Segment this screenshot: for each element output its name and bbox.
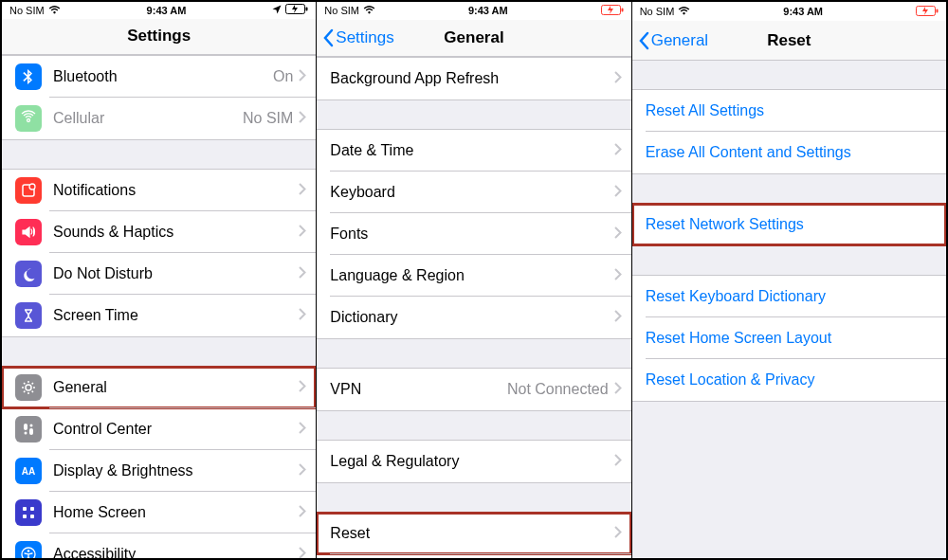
status-time: 9:43 AM bbox=[147, 5, 187, 16]
row-reset[interactable]: Reset bbox=[317, 513, 630, 554]
row-general[interactable]: General bbox=[2, 367, 316, 408]
chevron-icon bbox=[299, 379, 306, 396]
pane-general: No SIM 9:43 AM Settings General Backgrou… bbox=[317, 2, 631, 558]
row-shutdown[interactable]: Shut Down bbox=[317, 554, 630, 558]
row-bluetooth[interactable]: Bluetooth On bbox=[2, 56, 316, 98]
row-label: Reset Keyboard Dictionary bbox=[646, 288, 937, 305]
homescreen-icon bbox=[15, 499, 42, 526]
row-screentime[interactable]: Screen Time bbox=[2, 295, 316, 336]
row-cellular[interactable]: Cellular No SIM bbox=[2, 98, 316, 139]
row-keyboard[interactable]: Keyboard bbox=[317, 172, 630, 213]
svg-text:AA: AA bbox=[22, 466, 35, 477]
row-notifications[interactable]: Notifications bbox=[2, 170, 316, 211]
chevron-icon bbox=[299, 265, 306, 282]
row-label: Cellular bbox=[53, 110, 243, 127]
row-langregion[interactable]: Language & Region bbox=[317, 255, 630, 297]
row-vpn[interactable]: VPN Not Connected bbox=[317, 369, 630, 410]
row-label: Bluetooth bbox=[53, 68, 273, 85]
row-label: Language & Region bbox=[330, 267, 613, 284]
battery-icon bbox=[601, 5, 624, 17]
status-carrier: No SIM bbox=[324, 5, 359, 16]
bluetooth-icon bbox=[15, 63, 42, 90]
svg-rect-21 bbox=[936, 9, 938, 12]
row-controlcenter[interactable]: Control Center bbox=[2, 408, 316, 450]
row-label: Legal & Regulatory bbox=[330, 453, 613, 470]
svg-rect-1 bbox=[306, 8, 308, 11]
status-bar: No SIM 9:43 AM bbox=[632, 2, 946, 21]
row-label: Reset Location & Privacy bbox=[646, 371, 937, 388]
row-label: Dictionary bbox=[330, 309, 613, 326]
svg-point-15 bbox=[27, 550, 30, 552]
row-accessibility[interactable]: Accessibility bbox=[2, 533, 316, 558]
row-datetime[interactable]: Date & Time bbox=[317, 130, 630, 172]
chevron-icon bbox=[299, 421, 306, 438]
hourglass-icon bbox=[15, 302, 42, 329]
row-legal[interactable]: Legal & Regulatory bbox=[317, 441, 630, 482]
battery-icon bbox=[916, 6, 939, 18]
row-label: Background App Refresh bbox=[330, 70, 613, 87]
chevron-icon bbox=[614, 453, 622, 470]
svg-point-3 bbox=[29, 184, 35, 190]
chevron-icon bbox=[614, 184, 622, 201]
svg-rect-5 bbox=[24, 424, 27, 430]
row-reset-homescreen[interactable]: Reset Home Screen Layout bbox=[632, 317, 946, 359]
svg-rect-10 bbox=[23, 507, 27, 511]
status-bar: No SIM 9:43 AM bbox=[2, 2, 316, 19]
back-button[interactable]: General bbox=[632, 31, 708, 50]
back-button[interactable]: Settings bbox=[317, 28, 393, 47]
chevron-icon bbox=[299, 546, 306, 558]
svg-point-4 bbox=[26, 385, 31, 390]
wifi-icon bbox=[363, 5, 375, 16]
nav-bar-settings: Settings bbox=[2, 19, 316, 55]
status-bar: No SIM 9:43 AM bbox=[317, 2, 630, 20]
row-reset-all[interactable]: Reset All Settings bbox=[632, 90, 946, 132]
back-label: Settings bbox=[336, 28, 393, 47]
row-label: Notifications bbox=[53, 182, 299, 199]
row-homescreen[interactable]: Home Screen bbox=[2, 492, 316, 533]
general-list: Background App Refresh Date & Time Keybo… bbox=[317, 57, 630, 558]
chevron-icon bbox=[614, 309, 622, 326]
page-title: Settings bbox=[2, 27, 316, 45]
row-reset-location[interactable]: Reset Location & Privacy bbox=[632, 359, 946, 401]
notifications-icon bbox=[15, 177, 42, 204]
row-display[interactable]: AA Display & Brightness bbox=[2, 450, 316, 492]
row-dictionary[interactable]: Dictionary bbox=[317, 297, 630, 338]
row-reset-network[interactable]: Reset Network Settings bbox=[632, 204, 946, 245]
row-fonts[interactable]: Fonts bbox=[317, 213, 630, 255]
row-label: Control Center bbox=[53, 421, 299, 438]
chevron-icon bbox=[299, 68, 306, 85]
row-label: Date & Time bbox=[330, 142, 613, 159]
chevron-icon bbox=[299, 504, 306, 521]
row-bgrefresh[interactable]: Background App Refresh bbox=[317, 58, 630, 99]
row-detail: On bbox=[273, 68, 293, 85]
row-label: Reset Network Settings bbox=[646, 216, 937, 233]
row-label: Reset All Settings bbox=[646, 102, 937, 119]
display-icon: AA bbox=[15, 458, 42, 484]
chevron-icon bbox=[299, 462, 306, 479]
chevron-icon bbox=[614, 267, 622, 284]
row-label: Fonts bbox=[330, 226, 613, 243]
chevron-icon bbox=[299, 182, 306, 199]
chevron-icon bbox=[614, 70, 622, 87]
row-label: Reset Home Screen Layout bbox=[646, 330, 937, 347]
settings-list: Bluetooth On Cellular No SIM bbox=[2, 55, 316, 558]
row-label: Home Screen bbox=[53, 504, 299, 521]
status-time: 9:43 AM bbox=[783, 6, 823, 17]
status-carrier: No SIM bbox=[640, 6, 675, 17]
chevron-icon bbox=[299, 224, 306, 241]
sounds-icon bbox=[15, 219, 42, 245]
svg-rect-11 bbox=[30, 507, 34, 511]
wifi-icon bbox=[48, 5, 61, 16]
gear-icon bbox=[15, 374, 42, 401]
chevron-icon bbox=[299, 307, 306, 324]
battery-icon bbox=[285, 4, 308, 16]
reset-list: Reset All Settings Erase All Content and… bbox=[632, 61, 946, 558]
row-sounds[interactable]: Sounds & Haptics bbox=[2, 211, 316, 253]
pane-reset: No SIM 9:43 AM General Reset Reset All S… bbox=[632, 2, 946, 558]
row-reset-keyboard[interactable]: Reset Keyboard Dictionary bbox=[632, 276, 946, 317]
svg-rect-13 bbox=[30, 515, 34, 518]
row-erase-all[interactable]: Erase All Content and Settings bbox=[632, 132, 946, 173]
row-detail: No SIM bbox=[243, 110, 293, 127]
row-dnd[interactable]: Do Not Disturb bbox=[2, 253, 316, 295]
back-label: General bbox=[651, 31, 708, 50]
